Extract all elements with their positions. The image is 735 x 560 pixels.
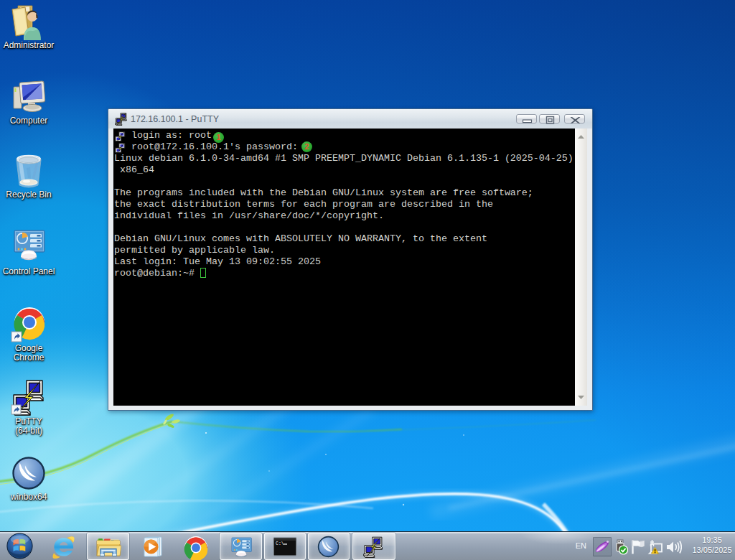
svg-text:C:\: C:\ [276,541,284,546]
